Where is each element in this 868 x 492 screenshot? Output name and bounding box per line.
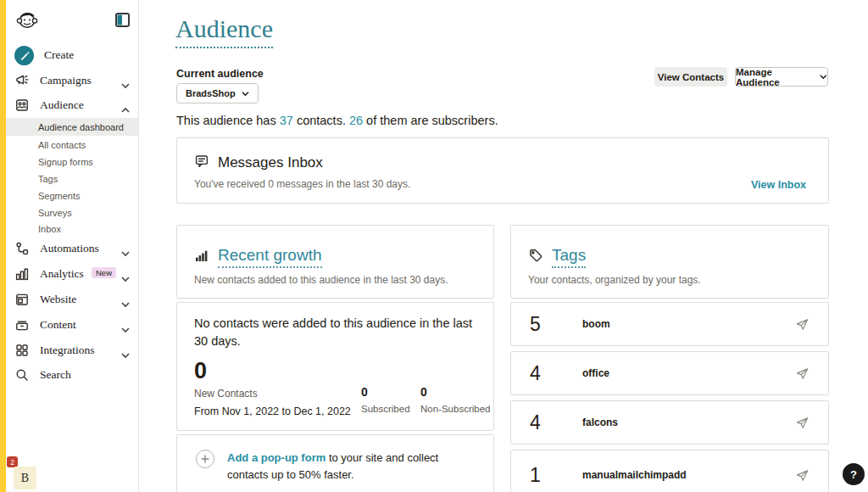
tag-count: 1 [530, 464, 582, 487]
sidebar-item-label: Audience [40, 98, 84, 112]
tag-icon [528, 248, 543, 266]
sidebar-item-label: Integrations [40, 344, 94, 357]
tag-row[interactable]: 5 boom [510, 302, 829, 346]
sidebar-item-all-contacts[interactable]: All contacts [6, 136, 139, 154]
view-inbox-link[interactable]: View Inbox [751, 179, 806, 191]
tag-count: 4 [530, 411, 582, 434]
create-button[interactable]: Create [14, 44, 74, 66]
chevron-down-icon [121, 321, 130, 328]
sidebar-item-label: Content [40, 318, 76, 332]
messages-inbox-card: Messages Inbox You've received 0 message… [176, 137, 829, 204]
recent-growth-subtitle: New contacts added to this audience in t… [194, 274, 493, 286]
sidebar-collapse-icon[interactable] [115, 13, 130, 27]
tags-card: Tags Your contacts, organized by your ta… [510, 225, 829, 299]
sidebar-item-label: Search [40, 368, 71, 382]
sidebar-item-audience[interactable]: Audience [14, 95, 133, 115]
audience-summary: This audience has 37 contacts. 26 of the… [176, 114, 498, 127]
tag-count: 4 [530, 362, 582, 385]
sidebar-item-label: Website [40, 293, 76, 306]
subitem-label: Tags [38, 174, 58, 184]
tag-row[interactable]: 4 office [510, 351, 829, 395]
sidebar: Create Campaigns [6, 0, 139, 492]
megaphone-icon [14, 73, 30, 88]
sidebar-item-inbox[interactable]: Inbox [6, 220, 139, 238]
sidebar-item-label: Campaigns [40, 74, 92, 87]
content-drawer-icon [14, 317, 30, 333]
help-button[interactable]: ? [843, 463, 865, 485]
popup-tip-card: Add a pop-up form to your site and colle… [176, 434, 494, 492]
add-popup-form-link[interactable]: Add a pop-up form [227, 451, 326, 464]
page-title[interactable]: Audience [175, 14, 273, 48]
sidebar-item-website[interactable]: Website [14, 289, 133, 310]
growth-empty-message: No contacts were added to this audience … [194, 315, 476, 350]
subitem-label: Inbox [38, 224, 61, 234]
manage-audience-button[interactable]: Manage Audience [735, 67, 828, 87]
growth-chart-icon [194, 248, 209, 266]
audience-selector-dropdown[interactable]: BradsShop [176, 83, 259, 103]
sidebar-item-integrations[interactable]: Integrations [14, 340, 133, 361]
subscribed-stat: 0 Subscribed [361, 385, 410, 414]
mailchimp-audience-page: Create Campaigns [0, 0, 868, 492]
avatar[interactable]: B [14, 467, 36, 489]
bar-chart-icon [14, 266, 30, 282]
sidebar-item-campaigns[interactable]: Campaigns [14, 70, 133, 91]
popup-tip-text: Add a pop-up form to your site and colle… [227, 450, 478, 483]
send-icon[interactable] [795, 468, 810, 483]
subitem-label: Audience dashboard [38, 122, 124, 132]
sidebar-item-audience-dashboard[interactable]: Audience dashboard [6, 118, 139, 136]
summary-text: contacts. [293, 114, 349, 127]
chevron-up-icon [121, 102, 130, 109]
subitem-label: Surveys [38, 208, 72, 218]
contacts-count[interactable]: 37 [280, 114, 293, 127]
messages-inbox-title: Messages Inbox [218, 154, 323, 171]
tag-name: boom [582, 318, 795, 330]
growth-stats-card: No contacts were added to this audience … [176, 302, 494, 431]
sidebar-item-signup-forms[interactable]: Signup forms [6, 153, 139, 171]
chevron-down-icon [242, 91, 249, 97]
summary-text: This audience has [176, 114, 280, 127]
sidebar-item-analytics[interactable]: Analytics New [14, 264, 133, 284]
tag-name: manualmailchimpadd [582, 469, 795, 481]
message-bubble-icon [194, 154, 209, 172]
subscribed-label: Subscribed [361, 404, 410, 414]
sidebar-item-label: Automations [40, 242, 99, 255]
automations-icon [14, 241, 30, 256]
tags-title[interactable]: Tags [552, 246, 586, 268]
search-icon [14, 367, 30, 383]
manage-audience-label: Manage Audience [736, 67, 814, 87]
tag-name: falcons [582, 417, 795, 428]
tags-subtitle: Your contacts, organized by your tags. [528, 274, 828, 286]
tag-row[interactable]: 1 manualmailchimpadd [510, 450, 829, 492]
sidebar-item-segments[interactable]: Segments [6, 187, 139, 204]
sidebar-item-content[interactable]: Content [14, 315, 133, 335]
subscribers-count[interactable]: 26 [349, 114, 363, 127]
chevron-down-icon [121, 347, 130, 354]
subscribed-value: 0 [361, 385, 410, 399]
tag-row[interactable]: 4 falcons [510, 400, 829, 444]
sidebar-item-surveys[interactable]: Surveys [6, 204, 139, 221]
current-audience-label: Current audience [176, 68, 264, 80]
chevron-down-icon [820, 74, 827, 80]
chevron-down-icon [121, 271, 130, 277]
sidebar-item-automations[interactable]: Automations [14, 238, 133, 259]
recent-growth-card: Recent growth New contacts added to this… [176, 225, 494, 299]
view-contacts-label: View Contacts [658, 72, 724, 82]
send-icon[interactable] [795, 366, 810, 381]
send-icon[interactable] [795, 317, 810, 332]
audience-selector-value: BradsShop [186, 88, 236, 98]
audience-icon [14, 98, 30, 113]
sidebar-item-search[interactable]: Search [14, 365, 133, 385]
non-subscribed-value: 0 [420, 385, 490, 399]
chevron-down-icon [121, 296, 130, 303]
non-subscribed-stat: 0 Non-Subscribed [420, 385, 490, 414]
recent-growth-title[interactable]: Recent growth [218, 246, 322, 268]
view-contacts-button[interactable]: View Contacts [654, 67, 727, 87]
send-icon[interactable] [795, 416, 810, 430]
mailchimp-logo-icon[interactable] [16, 8, 38, 31]
sidebar-item-tags[interactable]: Tags [6, 170, 139, 187]
tag-count: 5 [530, 313, 582, 336]
summary-text: of them are subscribers. [363, 114, 498, 127]
subitem-label: Signup forms [38, 157, 93, 167]
tag-name: office [582, 367, 795, 379]
chevron-down-icon [121, 245, 130, 252]
